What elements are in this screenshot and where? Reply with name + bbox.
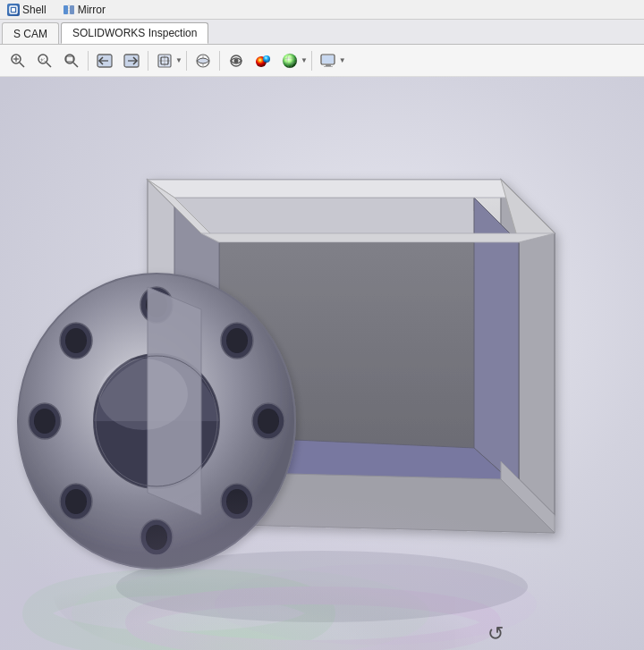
toolbar-separator-3 xyxy=(186,51,187,71)
svg-point-81 xyxy=(98,359,188,430)
apply-scene-button[interactable] xyxy=(277,48,302,73)
toolbar: + − xyxy=(0,45,644,77)
svg-rect-16 xyxy=(66,56,73,62)
svg-rect-33 xyxy=(326,64,331,66)
hide-show-icon xyxy=(227,52,245,70)
svg-point-25 xyxy=(233,58,238,63)
next-view-button[interactable] xyxy=(119,48,144,73)
mirror-button[interactable]: Mirror xyxy=(59,2,109,18)
view-settings-button[interactable] xyxy=(316,48,341,73)
svg-line-15 xyxy=(73,63,78,67)
toolbar-separator-5 xyxy=(311,51,312,71)
prev-view-button[interactable] xyxy=(92,48,117,73)
svg-marker-51 xyxy=(148,180,519,198)
svg-line-10 xyxy=(47,63,51,67)
svg-marker-54 xyxy=(201,233,555,242)
svg-point-74 xyxy=(65,489,87,514)
toolbar-separator-1 xyxy=(88,51,89,71)
zoom-area-button[interactable] xyxy=(59,48,84,73)
shell-label: Shell xyxy=(22,4,47,16)
view-orient-icon xyxy=(156,52,174,70)
view-orient-button[interactable] xyxy=(152,48,177,73)
svg-point-78 xyxy=(65,328,87,353)
next-view-icon xyxy=(123,52,140,70)
svg-point-70 xyxy=(226,489,248,514)
view-settings-group[interactable]: ▼ xyxy=(316,48,346,73)
tabs-row: S CAM SOLIDWORKS Inspection xyxy=(0,20,644,45)
display-style-icon xyxy=(194,52,212,70)
zoom-to-fit-button[interactable] xyxy=(5,48,30,73)
mirror-icon xyxy=(63,4,75,16)
svg-point-27 xyxy=(263,55,270,63)
svg-point-68 xyxy=(258,409,279,434)
tab-cam-label: S CAM xyxy=(13,28,47,40)
prev-view-icon xyxy=(96,52,114,70)
edit-appearance-button[interactable] xyxy=(250,48,275,73)
svg-rect-32 xyxy=(322,55,334,63)
view-setting-icon xyxy=(319,52,337,70)
shell-button[interactable]: Shell xyxy=(4,2,50,18)
svg-point-28 xyxy=(283,54,297,68)
zoom-in-icon: + − xyxy=(36,52,54,70)
top-toolbar: Shell Mirror xyxy=(0,0,644,20)
apply-scene-group[interactable]: ▼ xyxy=(277,48,308,73)
zoom-fit-icon xyxy=(9,52,27,70)
svg-rect-3 xyxy=(70,5,74,14)
svg-line-6 xyxy=(20,63,24,67)
view-orient-group[interactable]: ▼ xyxy=(152,48,182,73)
toolbar-separator-4 xyxy=(219,51,220,71)
svg-rect-34 xyxy=(324,66,333,67)
apply-scene-icon xyxy=(281,52,299,70)
zoom-area-icon xyxy=(63,52,80,70)
tab-solidworks-inspection[interactable]: SOLIDWORKS Inspection xyxy=(61,22,208,44)
edit-appear-icon xyxy=(254,52,272,70)
tab-solidworks-inspection-label: SOLIDWORKS Inspection xyxy=(72,27,197,39)
rotate-cursor-icon: ↺ xyxy=(487,622,504,645)
hide-show-button[interactable] xyxy=(224,48,249,73)
svg-point-72 xyxy=(146,525,167,550)
svg-point-66 xyxy=(226,328,248,353)
display-style-button[interactable] xyxy=(191,48,216,73)
zoom-in-button[interactable]: + − xyxy=(32,48,57,73)
3d-model-svg: ↺ xyxy=(0,77,644,650)
shell-icon xyxy=(7,4,20,16)
3d-viewport[interactable]: ↺ xyxy=(0,77,644,650)
tab-cam[interactable]: S CAM xyxy=(2,22,59,44)
toolbar-separator-2 xyxy=(148,51,148,71)
mirror-label: Mirror xyxy=(78,4,106,16)
svg-text:−: − xyxy=(44,58,47,63)
svg-rect-1 xyxy=(12,8,15,12)
svg-rect-2 xyxy=(64,5,68,14)
svg-point-76 xyxy=(34,409,55,434)
